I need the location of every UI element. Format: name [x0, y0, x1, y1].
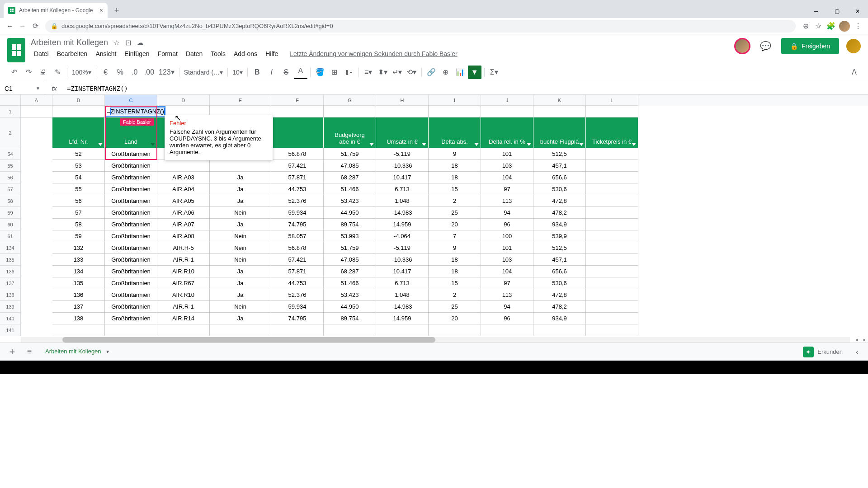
cell[interactable]: [21, 148, 52, 160]
row-header-57[interactable]: 57: [0, 183, 21, 195]
forward-button[interactable]: →: [16, 20, 29, 33]
bold-button[interactable]: B: [250, 66, 264, 79]
paint-format-button[interactable]: ✎: [51, 66, 64, 79]
cell[interactable]: -14.983: [376, 301, 429, 313]
row-header-59[interactable]: 59: [0, 207, 21, 219]
chart-button[interactable]: 📊: [453, 66, 467, 79]
cell[interactable]: [324, 106, 376, 117]
row-header-136[interactable]: 136: [0, 266, 21, 277]
cell[interactable]: -5.119: [376, 148, 429, 160]
cell[interactable]: 56.878: [271, 148, 324, 160]
move-icon[interactable]: ⊡: [125, 38, 131, 47]
cell[interactable]: 53.423: [324, 289, 376, 301]
row-header-2[interactable]: 2: [0, 117, 21, 148]
cell[interactable]: -5.119: [376, 242, 429, 254]
profile-avatar[interactable]: [839, 21, 850, 32]
menu-add-ons[interactable]: Add-ons: [231, 48, 260, 59]
comments-button[interactable]: 💬: [758, 38, 774, 54]
cell[interactable]: 103: [481, 160, 533, 172]
user-avatar[interactable]: [846, 39, 861, 53]
cell[interactable]: Großbritannien: [105, 195, 157, 207]
cell[interactable]: 104: [481, 172, 533, 183]
cell[interactable]: Ja: [210, 313, 271, 324]
cell[interactable]: 58: [52, 219, 105, 230]
menu-icon[interactable]: ⋮: [852, 20, 864, 33]
undo-button[interactable]: ↶: [7, 66, 21, 79]
cell[interactable]: 44.950: [324, 301, 376, 313]
cell[interactable]: [586, 266, 638, 277]
cell[interactable]: 89.754: [324, 313, 376, 324]
filter-icon[interactable]: [98, 143, 103, 146]
row-header-137[interactable]: 137: [0, 277, 21, 289]
cell[interactable]: [210, 324, 271, 336]
cell[interactable]: 57.871: [271, 172, 324, 183]
cell[interactable]: 52.376: [271, 195, 324, 207]
cell[interactable]: 97: [481, 277, 533, 289]
cell[interactable]: 44.753: [271, 183, 324, 195]
cell[interactable]: -4.064: [376, 230, 429, 242]
cell[interactable]: 94: [481, 207, 533, 219]
cell[interactable]: Nein: [210, 254, 271, 266]
cell[interactable]: 68.287: [324, 172, 376, 183]
cell[interactable]: 18: [429, 266, 481, 277]
cell[interactable]: 101: [481, 148, 533, 160]
functions-button[interactable]: Σ▾: [487, 66, 501, 79]
cell[interactable]: [21, 254, 52, 266]
cell[interactable]: [586, 207, 638, 219]
cell[interactable]: 10.417: [376, 172, 429, 183]
table-header[interactable]: Delta rel. in %: [481, 117, 533, 148]
rotate-button[interactable]: ⟲▾: [405, 66, 419, 79]
cell[interactable]: Nein: [210, 301, 271, 313]
cell[interactable]: AIR.R67: [157, 277, 210, 289]
star-icon[interactable]: ☆: [113, 38, 120, 47]
cell[interactable]: [21, 183, 52, 195]
cell[interactable]: 530,6: [533, 183, 586, 195]
cell[interactable]: Ja: [210, 277, 271, 289]
cell[interactable]: [586, 106, 638, 117]
cell[interactable]: 18: [429, 172, 481, 183]
spreadsheet-grid[interactable]: ABCDEFGHIJKL 125455565758596061134135136…: [0, 95, 868, 343]
cell[interactable]: 25: [429, 207, 481, 219]
cell[interactable]: 52: [52, 148, 105, 160]
cell[interactable]: 59: [52, 230, 105, 242]
cell[interactable]: Großbritannien: [105, 219, 157, 230]
cell[interactable]: 20: [429, 313, 481, 324]
cell[interactable]: Großbritannien: [105, 160, 157, 172]
cell[interactable]: [586, 195, 638, 207]
menu-format[interactable]: Format: [155, 48, 181, 59]
zoom-icon[interactable]: ⊕: [799, 20, 812, 33]
cell[interactable]: 10.417: [376, 266, 429, 277]
row-header-54[interactable]: 54: [0, 148, 21, 160]
column-header-B[interactable]: B: [52, 95, 105, 106]
cell[interactable]: Großbritannien: [105, 277, 157, 289]
cell[interactable]: 512,5: [533, 242, 586, 254]
table-header[interactable]: Budgetvorg abe in €: [324, 117, 376, 148]
cell[interactable]: 2: [429, 195, 481, 207]
cell[interactable]: [21, 277, 52, 289]
cell[interactable]: Großbritannien: [105, 148, 157, 160]
cell[interactable]: 656,6: [533, 266, 586, 277]
cell[interactable]: [481, 106, 533, 117]
table-header[interactable]: Delta abs.: [429, 117, 481, 148]
cell[interactable]: [586, 277, 638, 289]
filter-button[interactable]: ▼: [468, 66, 481, 79]
cell[interactable]: [586, 313, 638, 324]
cell[interactable]: 113: [481, 289, 533, 301]
row-header-55[interactable]: 55: [0, 160, 21, 172]
chevron-down-icon[interactable]: ▼: [105, 349, 110, 354]
cell[interactable]: Ja: [210, 172, 271, 183]
cell[interactable]: 132: [52, 242, 105, 254]
cell[interactable]: 18: [429, 254, 481, 266]
cell[interactable]: Großbritannien: [105, 254, 157, 266]
cell[interactable]: [21, 219, 52, 230]
formula-input[interactable]: =ZINSTERMTAGNZ(): [63, 85, 868, 92]
cell[interactable]: 47.085: [324, 254, 376, 266]
cell[interactable]: [21, 160, 52, 172]
merge-button[interactable]: ⫿▾: [342, 66, 356, 79]
cell[interactable]: 57.871: [271, 266, 324, 277]
cell[interactable]: 54: [52, 172, 105, 183]
cell[interactable]: 94: [481, 301, 533, 313]
zoom-select[interactable]: 100% ▾: [70, 66, 93, 79]
menu-bearbeiten[interactable]: Bearbeiten: [54, 48, 91, 59]
cell[interactable]: 656,6: [533, 172, 586, 183]
